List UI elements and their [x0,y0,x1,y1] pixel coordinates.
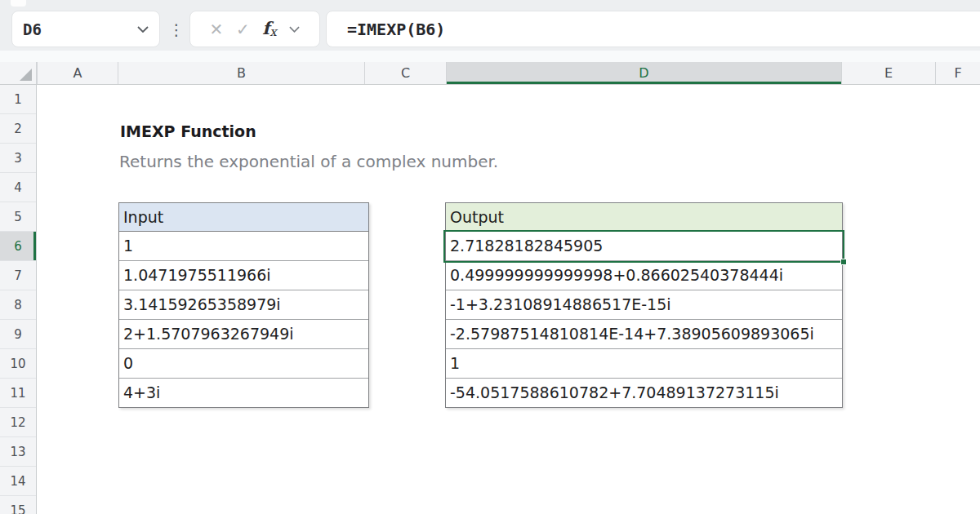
kebab-menu-icon[interactable]: ⋮ [168,11,185,47]
row-header[interactable]: 12 [0,408,36,437]
row-header[interactable]: 7 [0,261,36,290]
selected-column-underline [447,82,841,84]
row-header-column: 1 2 3 4 5 6 7 8 9 10 11 12 13 14 15 [0,85,37,514]
ribbon-edge [11,0,26,7]
column-header-f[interactable]: F [935,62,980,84]
select-all-triangle-icon [20,69,32,81]
insert-function-icon[interactable]: fx [262,20,277,38]
row-header[interactable]: 10 [0,349,36,379]
input-cell-b10[interactable]: 0 [119,349,368,379]
formula-buttons-group: ✕ ✓ fx [189,11,320,47]
column-header-c[interactable]: C [364,62,446,84]
input-cell-b9[interactable]: 2+1.5707963267949i [119,320,368,349]
formula-bar[interactable]: =IMEXP(B6) [326,11,980,47]
column-header-e[interactable]: E [841,62,935,84]
row-header[interactable]: 15 [0,496,36,514]
input-cell-b6[interactable]: 1 [119,232,368,261]
row-header[interactable]: 3 [0,144,36,173]
formula-toolbar: D6 ⋮ ✕ ✓ fx =IMEXP(B6) [0,0,980,51]
sheet-title[interactable]: IMEXP Function [120,122,256,140]
row-header[interactable]: 8 [0,290,36,320]
output-cell-d6-selected[interactable]: 2.71828182845905 [446,232,842,261]
chevron-down-icon[interactable] [137,26,149,33]
excel-window: D6 ⋮ ✕ ✓ fx =IMEXP(B6) A B C D E F 1 [0,0,980,514]
column-header-row: A B C D E F [0,62,980,85]
formula-text[interactable]: =IMEXP(B6) [347,20,445,39]
name-box[interactable]: D6 [11,11,160,47]
selected-row-bar [33,232,36,260]
output-cell-d7[interactable]: 0.499999999999998+0.86602540378444i [446,261,842,290]
column-header-d[interactable]: D [446,62,841,84]
row-header[interactable]: 2 [0,114,36,144]
fill-handle[interactable] [840,259,847,265]
select-all-button[interactable] [0,62,37,84]
row-header[interactable]: 1 [0,85,36,114]
column-header-a[interactable]: A [37,62,118,84]
row-header-selected[interactable]: 6 [0,232,36,261]
row-header[interactable]: 11 [0,379,36,408]
row-header[interactable]: 5 [0,202,36,232]
row-header[interactable]: 13 [0,437,36,467]
input-cell-b8[interactable]: 3.14159265358979i [119,290,368,320]
enter-icon[interactable]: ✓ [236,21,250,38]
row-header[interactable]: 14 [0,467,36,496]
output-cell-d9[interactable]: -2.57987514810814E-14+7.38905609893065i [446,320,842,349]
input-cell-b7[interactable]: 1.0471975511966i [119,261,368,290]
input-table-header[interactable]: Input [119,203,368,232]
row-header[interactable]: 4 [0,173,36,202]
output-cell-d10[interactable]: 1 [446,349,842,379]
row-header[interactable]: 9 [0,320,36,349]
toolbar-divider [0,51,980,62]
output-cell-d8[interactable]: -1+3.23108914886517E-15i [446,290,842,320]
output-cell-d11[interactable]: -54.0517588610782+7.70489137273115i [446,379,842,407]
input-table: Input 1 1.0471975511966i 3.1415926535897… [118,202,369,408]
name-box-value[interactable]: D6 [23,20,42,38]
cancel-icon[interactable]: ✕ [210,21,224,38]
chevron-down-icon[interactable] [289,26,300,33]
output-table-header[interactable]: Output [446,203,842,232]
sheet-subtitle[interactable]: Returns the exponential of a complex num… [119,152,498,171]
input-cell-b11[interactable]: 4+3i [119,379,368,407]
column-header-b[interactable]: B [118,62,364,84]
output-table: Output 2.71828182845905 0.49999999999999… [445,202,843,408]
